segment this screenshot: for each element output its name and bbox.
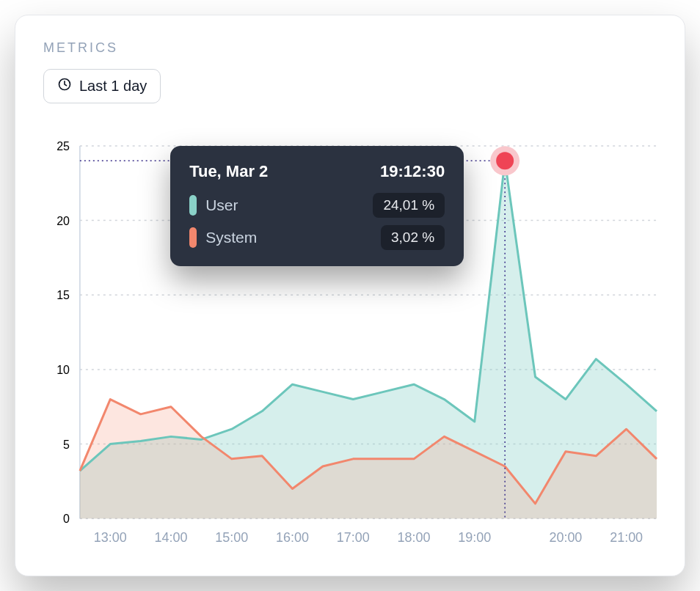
tooltip-date: Tue, Mar 2 [189,162,268,181]
x-tick-label: 18:00 [398,530,431,545]
tooltip-row: User24,01 % [189,193,445,218]
x-tick-label: 21:00 [610,530,643,545]
x-tick-label: 17:00 [337,530,370,545]
time-range-button[interactable]: Last 1 day [43,69,161,103]
x-tick-label: 13:00 [94,530,127,545]
time-range-label: Last 1 day [79,78,147,95]
y-tick-label: 15 [56,289,70,301]
x-tick-label: 20:00 [549,530,582,545]
y-tick-label: 25 [56,140,70,153]
x-tick-label: 19:00 [458,530,491,545]
y-tick-label: 0 [63,513,70,525]
tooltip-row: System3,02 % [189,225,445,250]
legend-swatch-user [189,195,197,216]
y-tick-label: 5 [63,438,70,451]
x-tick-label: 16:00 [276,530,309,545]
tooltip-value: 24,01 % [373,193,445,218]
x-tick-label: 15:00 [215,530,248,545]
y-tick-label: 10 [56,364,70,376]
section-label: METRICS [43,40,657,56]
x-ticks: 13:0014:0015:0016:0017:0018:0019:0020:00… [94,530,643,545]
x-tick-label: 14:00 [155,530,188,545]
legend-swatch-system [189,227,197,248]
chart[interactable]: 051015202513:0014:0015:0016:0017:0018:00… [43,139,664,554]
metrics-card: METRICS Last 1 day 051015202513:0014:001… [15,15,685,576]
tooltip-time: 19:12:30 [380,162,445,181]
clock-icon [57,77,72,95]
tooltip-series-name: User [205,197,238,214]
chart-tooltip: Tue, Mar 2 19:12:30 User24,01 %System3,0… [170,146,464,266]
y-tick-label: 20 [56,215,70,227]
tooltip-series-name: System [205,229,257,246]
highlight-marker [496,152,514,169]
tooltip-value: 3,02 % [381,225,445,250]
